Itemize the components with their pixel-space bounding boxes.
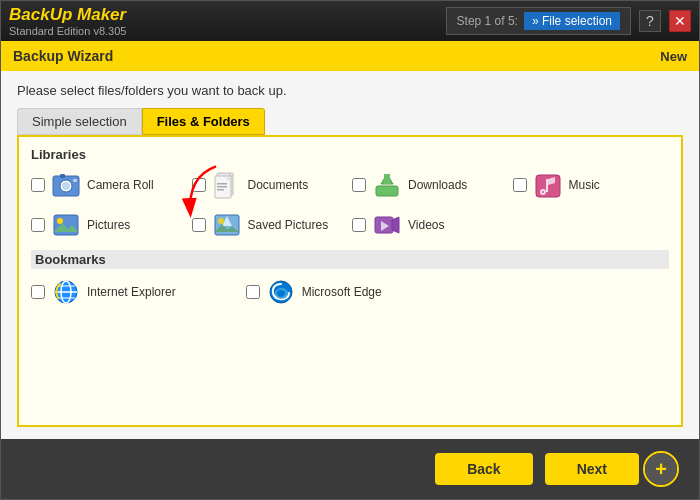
svg-point-27 bbox=[218, 218, 224, 224]
library-item-camera-roll: Camera Roll bbox=[31, 170, 188, 200]
library-item-documents: Documents bbox=[192, 170, 349, 200]
library-item-music: Music bbox=[513, 170, 670, 200]
edge-label: Microsoft Edge bbox=[302, 285, 382, 299]
svg-rect-11 bbox=[217, 183, 227, 185]
videos-icon bbox=[372, 210, 402, 240]
svg-rect-5 bbox=[73, 179, 77, 182]
camera-roll-icon bbox=[51, 170, 81, 200]
svg-point-20 bbox=[542, 191, 544, 193]
tab-files-folders[interactable]: Files & Folders bbox=[142, 108, 265, 135]
back-button[interactable]: Back bbox=[435, 453, 532, 485]
checkbox-ie[interactable] bbox=[31, 285, 45, 299]
camera-roll-label: Camera Roll bbox=[87, 178, 154, 192]
bookmarks-title: Bookmarks bbox=[31, 250, 669, 269]
app-name: BackUp Maker bbox=[9, 5, 126, 25]
wizard-bar: Backup Wizard New bbox=[1, 41, 699, 71]
checkbox-downloads[interactable] bbox=[352, 178, 366, 192]
documents-label: Documents bbox=[248, 178, 309, 192]
wizard-new-label: New bbox=[660, 49, 687, 64]
checkbox-edge[interactable] bbox=[246, 285, 260, 299]
title-bar: BackUp Maker Standard Edition v8.305 Ste… bbox=[1, 1, 699, 41]
step-indicator: Step 1 of 5: » File selection bbox=[446, 7, 631, 35]
next-plus-icon: + bbox=[645, 453, 677, 485]
app-window: BackUp Maker Standard Edition v8.305 Ste… bbox=[0, 0, 700, 500]
wizard-title: Backup Wizard bbox=[13, 48, 113, 64]
ie-icon bbox=[51, 277, 81, 307]
saved-pictures-label: Saved Pictures bbox=[248, 218, 329, 232]
ie-label: Internet Explorer bbox=[87, 285, 176, 299]
next-button[interactable]: Next bbox=[545, 453, 639, 485]
bookmark-item-edge: Microsoft Edge bbox=[246, 277, 455, 307]
downloads-icon bbox=[372, 170, 402, 200]
checkbox-pictures[interactable] bbox=[31, 218, 45, 232]
close-button[interactable]: ✕ bbox=[669, 10, 691, 32]
checkbox-videos[interactable] bbox=[352, 218, 366, 232]
libraries-title: Libraries bbox=[31, 147, 669, 162]
svg-rect-14 bbox=[376, 186, 398, 196]
next-plus-outer: + bbox=[643, 451, 679, 487]
checkbox-music[interactable] bbox=[513, 178, 527, 192]
checkbox-documents[interactable] bbox=[192, 178, 206, 192]
library-item-pictures: Pictures bbox=[31, 210, 188, 240]
libraries-row1: Camera Roll bbox=[31, 170, 669, 200]
bookmark-item-ie: Internet Explorer bbox=[31, 277, 240, 307]
music-icon bbox=[533, 170, 563, 200]
music-label: Music bbox=[569, 178, 600, 192]
svg-rect-4 bbox=[60, 174, 65, 178]
empty-cell-bookmark bbox=[460, 277, 669, 307]
tab-simple-selection[interactable]: Simple selection bbox=[17, 108, 142, 135]
app-branding: BackUp Maker Standard Edition v8.305 bbox=[9, 5, 126, 37]
library-item-saved-pictures: Saved Pictures bbox=[192, 210, 349, 240]
svg-point-3 bbox=[62, 182, 70, 190]
svg-rect-21 bbox=[546, 179, 548, 192]
checkbox-camera-roll[interactable] bbox=[31, 178, 45, 192]
title-bar-left: BackUp Maker Standard Edition v8.305 bbox=[9, 5, 126, 37]
edge-icon bbox=[266, 277, 296, 307]
empty-cell bbox=[513, 210, 670, 240]
checkbox-saved-pictures[interactable] bbox=[192, 218, 206, 232]
svg-rect-16 bbox=[384, 174, 390, 184]
help-button[interactable]: ? bbox=[639, 10, 661, 32]
step-value: » File selection bbox=[524, 12, 620, 30]
main-content: Please select files/folders you want to … bbox=[1, 71, 699, 439]
saved-pictures-icon bbox=[212, 210, 242, 240]
videos-label: Videos bbox=[408, 218, 444, 232]
downloads-label: Downloads bbox=[408, 178, 467, 192]
pictures-label: Pictures bbox=[87, 218, 130, 232]
instruction-text: Please select files/folders you want to … bbox=[17, 83, 683, 98]
documents-icon bbox=[212, 170, 242, 200]
app-edition: Standard Edition v8.305 bbox=[9, 25, 126, 37]
library-item-videos: Videos bbox=[352, 210, 509, 240]
svg-marker-30 bbox=[392, 217, 399, 233]
title-bar-right: Step 1 of 5: » File selection ? ✕ bbox=[446, 7, 691, 35]
library-item-downloads: Downloads bbox=[352, 170, 509, 200]
footer: Back Next + bbox=[1, 439, 699, 499]
content-panel: Libraries Camera Roll bbox=[17, 135, 683, 427]
tab-bar: Simple selection Files & Folders bbox=[17, 108, 683, 135]
svg-rect-13 bbox=[217, 189, 224, 191]
pictures-icon bbox=[51, 210, 81, 240]
step-label: Step 1 of 5: bbox=[457, 14, 518, 28]
svg-rect-12 bbox=[217, 186, 227, 188]
